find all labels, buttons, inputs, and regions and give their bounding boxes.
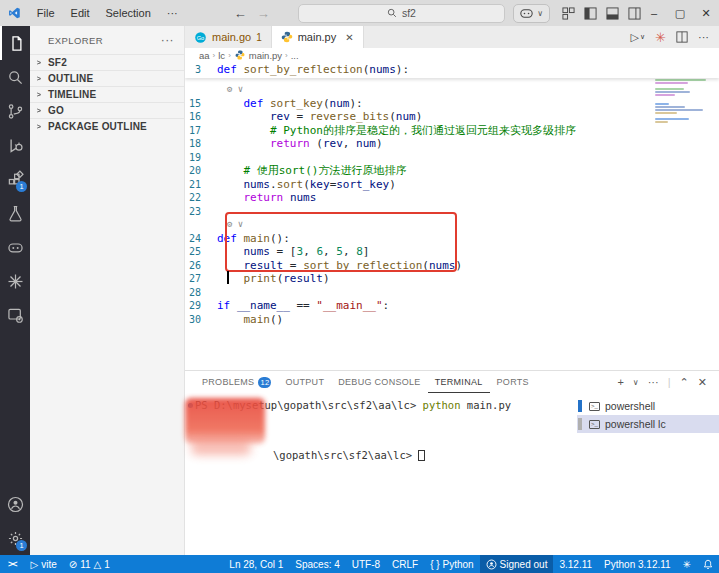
- code-token: [217, 313, 244, 326]
- status-crlf[interactable]: CRLF: [386, 555, 424, 573]
- minimap-line: [655, 109, 703, 111]
- customize-layout-icon[interactable]: [562, 7, 575, 20]
- maximize-panel-button[interactable]: ⌃: [680, 376, 689, 389]
- notifications-bell[interactable]: [697, 555, 719, 573]
- code-token: (: [303, 178, 310, 191]
- extension-starburst-icon[interactable]: ✳: [655, 30, 666, 45]
- breadcrumb-item[interactable]: aa: [199, 50, 210, 61]
- activity-remote-tools-icon[interactable]: [0, 298, 30, 332]
- line-number: 21: [185, 178, 211, 192]
- menu-selection[interactable]: Selection: [98, 0, 159, 26]
- status-utf-8[interactable]: UTF-8: [346, 555, 386, 573]
- run-dropdown-icon[interactable]: ∨: [640, 33, 645, 41]
- split-editor-icon[interactable]: [676, 31, 688, 43]
- minimap-line: [655, 79, 706, 81]
- activity-extensions-icon[interactable]: 1: [0, 162, 30, 196]
- code-token: ==: [290, 299, 317, 312]
- activity-search-icon[interactable]: [0, 60, 30, 94]
- maximize-button[interactable]: ▢: [667, 0, 693, 26]
- activity-starburst-icon[interactable]: [0, 264, 30, 298]
- terminal-line: \gopath\src\sf2\aa\lc>: [195, 449, 577, 462]
- code-token: def: [217, 63, 237, 76]
- menu-file[interactable]: File: [29, 0, 63, 26]
- sticky-scroll-line[interactable]: 3 def sort_by_reflection(nums):: [185, 62, 719, 78]
- code-action-gear-icon[interactable]: ⚙ ∨: [185, 83, 719, 97]
- activity-accounts-icon[interactable]: [0, 487, 30, 521]
- copilot-signed-out-status[interactable]: Signed out: [480, 555, 554, 573]
- command-search-box[interactable]: sf2: [298, 4, 505, 23]
- panel-tab-ports[interactable]: PORTS: [490, 371, 536, 393]
- terminal-list-item[interactable]: >_powershell: [577, 397, 719, 415]
- editor-tab-main.go[interactable]: Gomain.go1: [185, 26, 272, 48]
- activity-copilot-icon[interactable]: [0, 230, 30, 264]
- status-ln-28-col-1[interactable]: Ln 28, Col 1: [223, 555, 289, 573]
- breadcrumb[interactable]: aa›lc›main.py›...: [185, 48, 719, 62]
- back-button[interactable]: ←: [234, 6, 247, 21]
- remote-indicator[interactable]: ><: [0, 555, 25, 573]
- sidebar-section-label: OUTLINE: [48, 73, 93, 84]
- breadcrumb-item[interactable]: main.py: [249, 50, 282, 61]
- minimize-button[interactable]: –: [641, 0, 667, 26]
- sidebar-section-outline[interactable]: >OUTLINE: [30, 70, 184, 86]
- run-python-button[interactable]: ▷∨: [631, 31, 646, 44]
- minimap[interactable]: [655, 70, 713, 124]
- menu-edit[interactable]: Edit: [63, 0, 98, 26]
- copilot-menu[interactable]: ∨: [513, 4, 550, 23]
- sidebar-section-timeline[interactable]: >TIMELINE: [30, 86, 184, 102]
- chevron-down-icon: ∨: [537, 9, 543, 18]
- activity-run-debug-icon[interactable]: [0, 128, 30, 162]
- activity-explorer-icon[interactable]: [0, 26, 30, 60]
- problems-status[interactable]: ⊘ 11 △ 1: [63, 555, 116, 573]
- code-line: 18 return (rev, num): [185, 137, 719, 151]
- breadcrumb-item[interactable]: ...: [291, 50, 299, 61]
- status--python[interactable]: { } Python: [424, 555, 479, 573]
- activity-source-control-icon[interactable]: [0, 94, 30, 128]
- panel-divider: |: [668, 376, 671, 388]
- sidebar-section-package-outline[interactable]: >PACKAGE OUTLINE: [30, 118, 184, 134]
- close-panel-button[interactable]: ✕: [698, 376, 707, 389]
- terminal-icon: >_: [589, 420, 600, 429]
- panel-tab-debug-console[interactable]: DEBUG CONSOLE: [331, 371, 427, 393]
- panel-tab-problems[interactable]: PROBLEMS12: [195, 371, 278, 393]
- pinwheel-extension-icon[interactable]: ✳: [677, 555, 697, 573]
- vite-task-button[interactable]: ▷ vite: [25, 555, 63, 573]
- menu-more-button[interactable]: ···: [159, 7, 186, 19]
- code-token: key: [310, 178, 330, 191]
- status-spaces-4[interactable]: Spaces: 4: [289, 555, 345, 573]
- toggle-primary-sidebar-icon[interactable]: [584, 7, 597, 20]
- code-token: num: [330, 97, 350, 110]
- toggle-secondary-sidebar-icon[interactable]: [628, 7, 641, 20]
- forward-button[interactable]: →: [257, 6, 270, 21]
- code-token: reverse_bits: [310, 110, 389, 123]
- panel-tab-terminal[interactable]: TERMINAL: [428, 371, 490, 393]
- close-button[interactable]: ✕: [693, 0, 719, 26]
- panel-tab-output[interactable]: OUTPUT: [278, 371, 331, 393]
- code-line: 15 def sort_key(num):: [185, 97, 719, 111]
- copilot-icon: [520, 8, 533, 19]
- activity-testing-icon[interactable]: [0, 196, 30, 230]
- sidebar-section-go[interactable]: >GO: [30, 102, 184, 118]
- tab-close-icon[interactable]: ✕: [345, 32, 353, 43]
- terminal-output[interactable]: PS D:\mysetup\gopath\src\sf2\aa\lc> pyth…: [185, 393, 577, 555]
- code-editor[interactable]: 3 def sort_by_reflection(nums): ⚙ ∨15 de…: [185, 62, 719, 370]
- status-bar: >< ▷ vite ⊘ 11 △ 1 Ln 28, Col 1Spaces: 4…: [0, 555, 719, 573]
- breadcrumb-item[interactable]: lc: [218, 50, 225, 61]
- sidebar-section-sf2[interactable]: >SF2: [30, 54, 184, 70]
- line-number: 20: [185, 164, 211, 178]
- conda-version-status[interactable]: 3.12.11: [553, 555, 598, 573]
- sidebar-more-button[interactable]: ···: [161, 33, 174, 47]
- code-token: sort: [277, 178, 304, 191]
- terminal-dropdown-icon[interactable]: ∨: [633, 378, 639, 387]
- activity-settings-icon[interactable]: 1: [0, 521, 30, 555]
- panel-tab-label: PROBLEMS: [202, 371, 254, 393]
- chevron-right-icon: >: [35, 58, 44, 66]
- toggle-panel-icon[interactable]: [606, 7, 619, 20]
- terminal-list-label: powershell: [605, 400, 655, 412]
- editor-more-actions[interactable]: ···: [698, 31, 709, 43]
- python-interpreter-status[interactable]: Python 3.12.11: [598, 555, 677, 573]
- code-line-text: return (rev, num): [211, 137, 383, 151]
- new-terminal-button[interactable]: +: [617, 376, 623, 388]
- editor-tab-main.py[interactable]: main.py✕: [272, 26, 364, 48]
- terminal-list-item[interactable]: >_powershell lc: [577, 415, 719, 433]
- panel-more-actions[interactable]: ···: [648, 376, 659, 388]
